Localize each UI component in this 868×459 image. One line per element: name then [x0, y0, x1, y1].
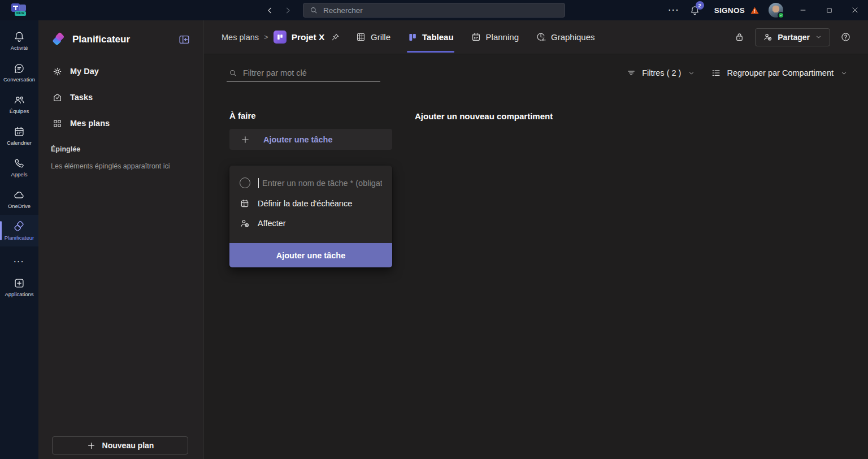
- tab-label: Tableau: [422, 32, 454, 42]
- assign-label: Affecter: [258, 219, 286, 228]
- rail-item-label: Équipes: [10, 109, 29, 114]
- bell-icon: [13, 31, 25, 43]
- presence-available-icon: [778, 12, 784, 19]
- teams-planner-window: NEW ··· 2 SIGNOS: [0, 0, 868, 459]
- calendar-icon: [240, 198, 250, 209]
- rail-item-teams[interactable]: Équipes: [0, 88, 38, 120]
- board-content: Filtres ( 2 ) Regrouper par Compartiment…: [204, 54, 868, 459]
- tab-label: Graphiques: [551, 32, 595, 42]
- bucket-title: À faire: [229, 111, 392, 121]
- plus-icon: [240, 135, 250, 145]
- filters-label: Filtres ( 2 ): [642, 68, 681, 77]
- rail-item-onedrive[interactable]: OneDrive: [0, 183, 38, 215]
- tab-tableau[interactable]: Tableau: [401, 20, 461, 54]
- lock-icon[interactable]: [734, 32, 745, 42]
- keyword-filter-input[interactable]: [243, 68, 379, 77]
- sidebar-item-label: Tasks: [70, 93, 93, 102]
- notifications-button[interactable]: 2: [684, 0, 706, 20]
- tab-grille[interactable]: Grille: [349, 20, 397, 54]
- filter-icon: [626, 68, 636, 78]
- pinned-section-header: Épinglée: [38, 136, 203, 155]
- phone-icon: [13, 157, 25, 170]
- schedule-view-icon: [471, 32, 481, 42]
- teams-new-badge: NEW: [15, 11, 26, 16]
- filters-dropdown[interactable]: Filtres ( 2 ): [626, 68, 695, 78]
- tab-graphiques[interactable]: Graphiques: [529, 20, 602, 54]
- add-task-button[interactable]: Ajouter une tâche: [229, 129, 392, 150]
- teams-logo-icon: NEW: [10, 2, 29, 18]
- apps-plus-icon: [13, 277, 25, 289]
- task-name-input[interactable]: [262, 179, 382, 188]
- maximize-button[interactable]: [816, 0, 842, 20]
- sun-icon: [52, 66, 63, 77]
- add-task-label: Ajouter une tâche: [263, 135, 332, 144]
- rail-item-label: Conversation: [3, 77, 35, 83]
- help-icon[interactable]: [840, 32, 851, 42]
- plan-title: Projet X: [292, 32, 325, 42]
- sidebar-item-my-day[interactable]: My Day: [38, 58, 203, 84]
- rail-item-calendar[interactable]: Calendrier: [0, 120, 38, 151]
- submit-add-task-button[interactable]: Ajouter une tâche: [229, 243, 392, 267]
- global-search-input[interactable]: [323, 6, 559, 15]
- close-button[interactable]: [842, 0, 868, 20]
- board-view-icon: [407, 32, 418, 42]
- view-tabs: Grille Tableau Planning Graphiques: [349, 20, 602, 54]
- group-by-dropdown[interactable]: Regrouper par Compartiment: [711, 68, 848, 78]
- assign-button[interactable]: Affecter: [229, 213, 392, 233]
- rail-item-chat[interactable]: Conversation: [0, 57, 38, 88]
- header-actions: Partager: [734, 20, 851, 54]
- collapse-panel-icon[interactable]: [178, 33, 190, 46]
- person-add-icon: [763, 32, 772, 42]
- planner-sidebar: Planificateur My Day Tasks Mes plans Épi…: [38, 20, 203, 459]
- rail-item-label: Calendrier: [7, 140, 32, 146]
- rail-item-apps[interactable]: Applications: [0, 271, 38, 303]
- breadcrumb-my-plans-link[interactable]: Mes plans: [222, 33, 259, 42]
- avatar[interactable]: [769, 3, 783, 18]
- sidebar-item-my-plans[interactable]: Mes plans: [38, 110, 203, 136]
- chat-icon: [13, 62, 25, 75]
- rail-item-calls[interactable]: Appels: [0, 151, 38, 183]
- global-search[interactable]: [303, 3, 565, 18]
- chevron-down-icon: [815, 33, 822, 41]
- app-rail: Activité Conversation Équipes Calendrier…: [0, 20, 38, 459]
- charts-view-icon: [536, 32, 546, 42]
- tasks-check-icon: [52, 92, 63, 103]
- sidebar-item-label: Mes plans: [70, 119, 110, 128]
- tab-label: Planning: [486, 32, 519, 42]
- sidebar-item-label: My Day: [70, 67, 99, 76]
- person-add-icon: [240, 218, 250, 228]
- grid-icon: [52, 118, 63, 129]
- breadcrumb-separator: >: [264, 33, 268, 41]
- rail-more-apps-button[interactable]: ···: [0, 251, 38, 271]
- share-button[interactable]: Partager: [755, 28, 830, 46]
- account-menu[interactable]: SIGNOS: [706, 6, 765, 15]
- breadcrumb: Mes plans > Projet X: [222, 20, 340, 54]
- new-plan-button[interactable]: Nouveau plan: [52, 436, 188, 454]
- planner-logo-icon: [51, 32, 66, 47]
- bucket-a-faire: À faire Ajouter une tâche Déf: [229, 111, 392, 267]
- set-due-date-button[interactable]: Définir la date d'échéance: [229, 193, 392, 213]
- rail-item-planner[interactable]: Planificateur: [0, 215, 38, 246]
- rail-item-label: Planificateur: [5, 235, 34, 241]
- chevron-down-icon: [688, 70, 695, 77]
- nav-back-button[interactable]: [261, 0, 278, 20]
- nav-forward-button[interactable]: [279, 0, 296, 20]
- rail-item-label: Activité: [11, 45, 28, 51]
- keyword-filter[interactable]: [227, 64, 380, 82]
- new-plan-label: Nouveau plan: [102, 441, 154, 450]
- group-by-label: Regrouper par Compartiment: [727, 68, 834, 77]
- pin-icon[interactable]: [331, 32, 340, 42]
- add-bucket-button[interactable]: Ajouter un nouveau compartiment: [415, 111, 553, 121]
- planner-icon: [13, 220, 25, 233]
- sidebar-title: Planificateur: [72, 34, 172, 45]
- task-complete-radio[interactable]: [240, 177, 250, 188]
- account-name: SIGNOS: [714, 6, 745, 15]
- rail-item-activity[interactable]: Activité: [0, 25, 38, 57]
- tab-planning[interactable]: Planning: [464, 20, 526, 54]
- grid-view-icon: [355, 32, 366, 42]
- titlebar-more-button[interactable]: ···: [665, 6, 684, 15]
- minimize-button[interactable]: [790, 0, 816, 20]
- sidebar-item-tasks[interactable]: Tasks: [38, 84, 203, 110]
- notification-count-badge: 2: [696, 1, 704, 10]
- calendar-icon: [13, 125, 25, 138]
